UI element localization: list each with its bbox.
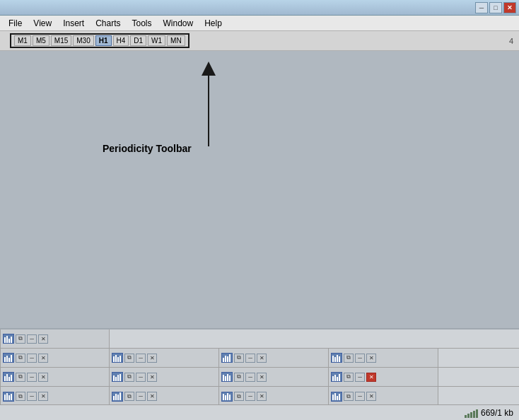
minimize-button[interactable]: ─ — [475, 2, 488, 13]
svg-rect-27 — [115, 377, 117, 381]
tab-btn-restore-4d[interactable]: ⧉ — [344, 392, 354, 401]
chart-icon-3b — [112, 372, 123, 382]
tab-btn-min-2c[interactable]: ─ — [245, 354, 255, 363]
svg-rect-22 — [4, 376, 6, 381]
chart-icon-3c — [221, 372, 233, 382]
svg-rect-17 — [229, 354, 231, 362]
tab-btn-restore-2d[interactable]: ⧉ — [344, 354, 354, 363]
annotation-arrow — [0, 51, 519, 328]
tab-btn-min-3d[interactable]: ─ — [355, 373, 365, 382]
tab-btn-min-4c[interactable]: ─ — [245, 392, 255, 401]
svg-rect-39 — [6, 393, 8, 400]
bar-seg-2 — [467, 414, 470, 418]
svg-rect-44 — [117, 395, 119, 400]
tab-btn-restore-2c[interactable]: ⧉ — [234, 354, 244, 363]
tab-btn-close-3c[interactable]: ✕ — [257, 373, 267, 382]
chart-tab-4d: ⧉ ─ ✕ — [329, 387, 438, 406]
svg-rect-46 — [223, 394, 224, 400]
tab-btn-close-4c[interactable]: ✕ — [257, 392, 267, 401]
tab-btn-close-3d-active[interactable]: ✕ — [366, 373, 376, 382]
tab-btn-close-2d[interactable]: ✕ — [366, 354, 376, 363]
period-h4[interactable]: H4 — [113, 35, 129, 46]
tab-btn-min-3a[interactable]: ─ — [27, 373, 37, 382]
chart-tab-2c: ⧉ ─ ✕ — [219, 349, 329, 367]
bar-seg-4 — [473, 411, 475, 418]
close-button[interactable]: ✕ — [503, 2, 516, 13]
chart-icon-2b — [112, 353, 123, 363]
tab-btn-min-1[interactable]: ─ — [27, 334, 37, 344]
period-h1[interactable]: H1 — [95, 35, 112, 46]
svg-marker-1 — [202, 62, 216, 76]
tab-btn-close-1[interactable]: ✕ — [38, 334, 48, 344]
period-m1[interactable]: M1 — [14, 35, 31, 46]
svg-rect-50 — [332, 395, 334, 400]
svg-rect-24 — [8, 377, 10, 381]
menu-insert[interactable]: Insert — [57, 17, 90, 30]
svg-rect-14 — [223, 358, 224, 362]
period-mn[interactable]: MN — [167, 35, 185, 46]
svg-rect-3 — [6, 336, 8, 343]
svg-rect-47 — [225, 395, 226, 400]
bottom-row-2: ⧉ ─ ✕ ⧉ ─ ✕ ⧉ ─ ✕ ⧉ ─ ✕ — [0, 349, 519, 368]
main-content: Periodicity Toolbar — [0, 51, 519, 328]
menu-help[interactable]: Help — [199, 17, 228, 30]
bar-seg-1 — [465, 415, 467, 418]
menu-view[interactable]: View — [28, 17, 57, 30]
maximize-button[interactable]: □ — [489, 2, 502, 13]
tab-btn-close-2b[interactable]: ✕ — [147, 354, 157, 363]
tab-btn-close-4a[interactable]: ✕ — [38, 392, 48, 401]
tab-btn-min-4d[interactable]: ─ — [355, 392, 365, 401]
svg-rect-41 — [11, 394, 12, 400]
tab-btn-min-4a[interactable]: ─ — [27, 392, 37, 401]
svg-rect-4 — [8, 339, 10, 343]
menu-file[interactable]: File — [3, 17, 28, 30]
tab-btn-restore-3c[interactable]: ⧉ — [234, 373, 244, 382]
tab-btn-close-3a[interactable]: ✕ — [38, 373, 48, 382]
svg-rect-49 — [229, 395, 231, 400]
chart-tab-3b: ⧉ ─ ✕ — [110, 368, 219, 386]
tab-btn-restore-3d[interactable]: ⧉ — [344, 373, 354, 382]
menu-charts[interactable]: Charts — [90, 17, 126, 30]
tab-btn-min-2a[interactable]: ─ — [27, 354, 37, 363]
tab-btn-close-4d[interactable]: ✕ — [366, 392, 376, 401]
menu-window[interactable]: Window — [158, 17, 199, 30]
menu-tools[interactable]: Tools — [127, 17, 158, 30]
tab-btn-restore-2b[interactable]: ⧉ — [124, 354, 134, 363]
bar-seg-3 — [470, 412, 472, 418]
period-m15[interactable]: M15 — [51, 35, 71, 46]
status-bar: 669/1 kb — [0, 404, 519, 420]
tab-btn-min-3b[interactable]: ─ — [136, 373, 146, 382]
tab-btn-min-3c[interactable]: ─ — [245, 373, 255, 382]
svg-rect-21 — [339, 356, 340, 362]
svg-rect-20 — [337, 355, 338, 362]
period-w1[interactable]: W1 — [148, 35, 165, 46]
tab-btn-min-4b[interactable]: ─ — [136, 392, 146, 401]
svg-rect-33 — [229, 375, 231, 381]
tab-btn-restore-3a[interactable]: ⧉ — [16, 373, 25, 382]
tab-btn-restore-4a[interactable]: ⧉ — [16, 392, 25, 401]
tab-btn-close-4b[interactable]: ✕ — [147, 392, 157, 401]
signal-icon — [465, 408, 478, 418]
period-m30[interactable]: M30 — [73, 35, 93, 46]
tab-btn-restore-4c[interactable]: ⧉ — [234, 392, 244, 401]
tab-btn-restore-2a[interactable]: ⧉ — [16, 354, 25, 363]
tab-btn-restore-3b[interactable]: ⧉ — [124, 373, 134, 382]
period-d1[interactable]: D1 — [130, 35, 146, 46]
tab-btn-min-2d[interactable]: ─ — [355, 354, 365, 363]
period-m5[interactable]: M5 — [33, 35, 49, 46]
chart-tab-single: ⧉ ─ ✕ — [0, 329, 110, 348]
svg-rect-16 — [227, 356, 228, 362]
tab-btn-restore-4b[interactable]: ⧉ — [124, 392, 134, 401]
tab-btn-restore-1[interactable]: ⧉ — [16, 334, 25, 344]
tab-btn-close-2c[interactable]: ✕ — [257, 354, 267, 363]
tab-btn-close-2a[interactable]: ✕ — [38, 354, 48, 363]
toolbar-area: M1 M5 M15 M30 H1 H4 D1 W1 MN 4 — [0, 31, 519, 51]
corner-number: 4 — [509, 37, 516, 45]
svg-rect-26 — [113, 375, 115, 381]
menu-bar: File View Insert Charts Tools Window Hel… — [0, 16, 519, 31]
tab-btn-close-3b[interactable]: ✕ — [147, 373, 157, 382]
tab-btn-min-2b[interactable]: ─ — [136, 354, 146, 363]
svg-rect-38 — [4, 395, 6, 400]
svg-rect-11 — [115, 355, 117, 362]
chart-icon-4c — [221, 392, 233, 402]
